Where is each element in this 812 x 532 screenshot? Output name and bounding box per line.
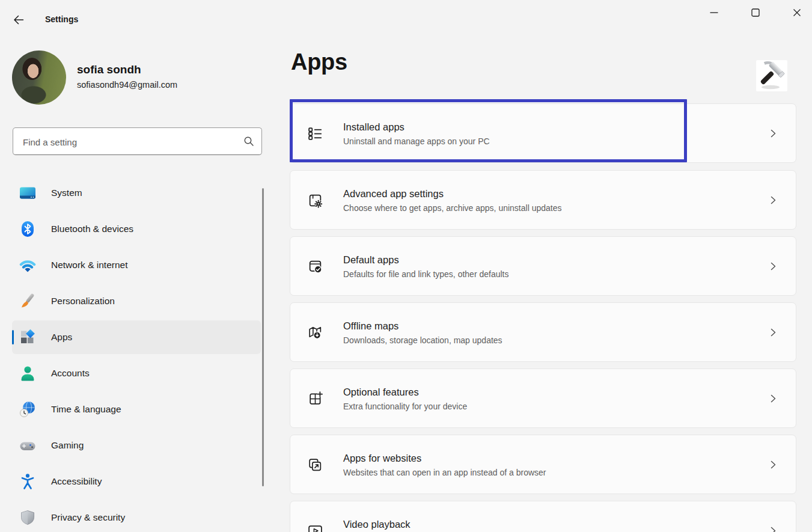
close-button[interactable]	[784, 2, 810, 23]
privacy-security-icon	[19, 509, 36, 526]
sidebar-item-gaming[interactable]: Gaming	[12, 429, 261, 462]
optional-features-icon	[307, 391, 323, 407]
gaming-icon	[19, 437, 36, 454]
default-apps-icon	[307, 258, 323, 275]
settings-window: Settings sofia sondh sofiasondh94@gmail.…	[0, 0, 812, 532]
installed-apps-icon	[307, 126, 323, 142]
card-subtitle: Uninstall and manage apps on your PC	[343, 135, 490, 148]
sidebar-item-label: Accounts	[51, 356, 90, 390]
sidebar-item-privacy-security[interactable]: Privacy & security	[12, 501, 261, 532]
card-subtitle: Extra functionality for your device	[343, 400, 467, 413]
minimize-icon	[710, 8, 718, 17]
card-default-apps[interactable]: Default apps Defaults for file and link …	[290, 236, 796, 296]
sidebar-item-label: Privacy & security	[51, 501, 125, 532]
card-title: Advanced app settings	[343, 186, 561, 201]
sidebar-item-label: Network & internet	[51, 248, 128, 282]
sidebar-item-accessibility[interactable]: Accessibility	[12, 465, 261, 498]
maximize-button[interactable]	[742, 2, 769, 23]
minimize-button[interactable]	[701, 2, 727, 23]
accounts-icon	[19, 365, 36, 382]
card-video-playback[interactable]: Video playback	[290, 501, 796, 532]
chevron-right-icon	[768, 195, 778, 205]
sidebar-item-label: Accessibility	[51, 465, 102, 498]
profile-email: sofiasondh94@gmail.com	[77, 80, 177, 90]
bluetooth-icon	[19, 221, 36, 237]
card-title: Video playback	[343, 516, 411, 532]
sidebar-item-accounts[interactable]: Accounts	[12, 356, 261, 390]
page-title: Apps	[291, 49, 347, 75]
card-optional-features[interactable]: Optional features Extra functionality fo…	[290, 368, 796, 428]
card-title: Apps for websites	[343, 450, 546, 466]
card-subtitle: Choose where to get apps, archive apps, …	[343, 201, 561, 215]
offline-maps-icon	[307, 325, 323, 341]
profile-name: sofia sondh	[77, 63, 141, 76]
apps-for-websites-icon	[307, 457, 323, 473]
card-title: Default apps	[343, 252, 508, 268]
accessibility-icon	[19, 473, 36, 490]
sidebar-scrollbar[interactable]	[262, 188, 264, 486]
card-subtitle: Defaults for file and link types, other …	[343, 268, 508, 281]
chevron-right-icon	[768, 261, 778, 271]
sidebar-item-personalization[interactable]: Personalization	[12, 284, 261, 318]
sidebar-item-label: Time & language	[51, 393, 121, 426]
search-icon	[243, 136, 254, 147]
network-icon	[19, 257, 36, 274]
sidebar-item-label: Gaming	[51, 429, 84, 462]
maximize-icon	[751, 8, 760, 17]
card-subtitle: Downloads, storage location, map updates	[343, 334, 502, 347]
card-offline-maps[interactable]: Offline maps Downloads, storage location…	[290, 302, 796, 362]
sidebar-item-label: Apps	[51, 320, 72, 354]
personalization-icon	[19, 293, 36, 310]
card-installed-apps[interactable]: Installed apps Uninstall and manage apps…	[290, 103, 796, 163]
hammer-cursor-image	[756, 60, 787, 91]
time-language-icon	[19, 401, 36, 418]
sidebar-item-label: Bluetooth & devices	[51, 212, 133, 246]
card-title: Optional features	[343, 384, 467, 400]
sidebar-item-network-internet[interactable]: Network & internet	[12, 248, 261, 282]
card-apps-for-websites[interactable]: Apps for websites Websites that can open…	[290, 435, 796, 494]
sidebar-item-label: Personalization	[51, 284, 115, 318]
card-subtitle: Websites that can open in an app instead…	[343, 466, 546, 479]
back-arrow-icon	[13, 14, 25, 26]
avatar[interactable]	[12, 50, 66, 105]
advanced-app-settings-icon	[307, 192, 323, 209]
sidebar-item-apps[interactable]: Apps	[12, 320, 261, 354]
sidebar-item-time-language[interactable]: Time & language	[12, 393, 261, 426]
chevron-right-icon	[768, 394, 778, 403]
search-box	[13, 127, 262, 155]
system-icon	[19, 185, 36, 201]
close-icon	[793, 8, 801, 17]
selected-indicator	[12, 330, 14, 344]
chevron-right-icon	[768, 526, 778, 532]
sidebar-item-bluetooth-devices[interactable]: Bluetooth & devices	[12, 212, 261, 246]
search-input[interactable]	[22, 128, 240, 156]
chevron-right-icon	[768, 129, 778, 138]
card-advanced-app-settings[interactable]: Advanced app settings Choose where to ge…	[290, 170, 796, 230]
card-title: Installed apps	[343, 119, 490, 135]
sidebar-item-label: System	[51, 176, 82, 210]
apps-icon	[19, 329, 36, 346]
chevron-right-icon	[768, 328, 778, 337]
video-playback-icon	[307, 523, 323, 532]
chevron-right-icon	[768, 460, 778, 469]
sidebar-item-system[interactable]: System	[12, 176, 261, 210]
back-button[interactable]	[10, 11, 28, 28]
window-title: Settings	[45, 14, 78, 24]
card-title: Offline maps	[343, 318, 502, 334]
